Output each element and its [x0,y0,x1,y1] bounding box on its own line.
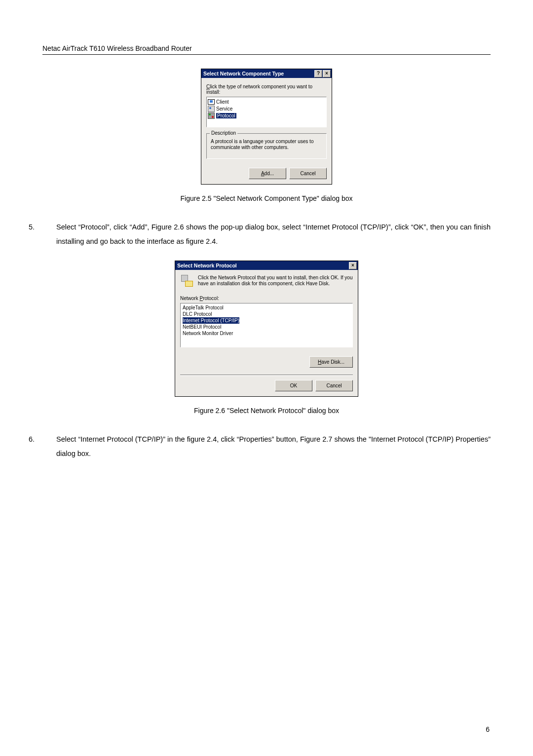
dialog-network-protocol: Select Network Protocol × Click the Netw… [175,261,358,397]
dialog1-instruction: Click the type of network component you … [206,84,327,95]
description-legend: Description [210,130,237,136]
cancel-button[interactable]: Cancel [289,168,327,179]
page-header: Netac AirTrack T610 Wireless Broadband R… [42,44,491,55]
help-button[interactable]: ? [314,70,322,77]
list-item-monitor[interactable]: Network Monitor Driver [182,330,351,337]
list-item-netbeui[interactable]: NetBEUI Protocol [182,324,351,330]
list-item-appletalk[interactable]: AppleTalk Protocol [182,304,351,311]
protocol-icon [208,113,215,119]
protocol-list-label: Network Protocol: [180,296,353,301]
protocol-wizard-icon [180,275,193,288]
dialog2-instruction: Click the Network Protocol that you want… [198,275,353,288]
list-item-tcpip[interactable]: Internet Protocol (TCP/IP) [182,317,351,324]
dialog2-title: Select Network Protocol [177,263,348,268]
figure-2-6-caption: Figure 2.6 "Select Network Protocol" dia… [42,407,491,415]
ok-button[interactable]: OK [275,380,312,391]
dialog1-title: Select Network Component Type [203,71,314,76]
dialog1-titlebar: Select Network Component Type ? × [201,69,332,78]
cancel-button[interactable]: Cancel [315,380,353,391]
description-text: A protocol is a language your computer u… [211,139,322,151]
dialog2-titlebar: Select Network Protocol × [175,261,358,270]
separator [180,375,353,376]
list-item-protocol[interactable]: Protocol [208,112,325,119]
page-number: 6 [486,725,490,733]
step-6-text: 6.Select “Internet Protocol (TCP/IP)” in… [42,432,491,461]
have-disk-button[interactable]: Have Disk... [309,356,353,368]
add-button[interactable]: Add... [249,168,286,179]
figure-2-5-caption: Figure 2.5 "Select Network Component Typ… [42,194,491,202]
list-item-service[interactable]: Service [208,105,325,112]
step-5-text: 5.Select “Protocol”, click “Add”, Figure… [42,220,491,249]
list-item-dlc[interactable]: DLC Protocol [182,311,351,317]
close-button[interactable]: × [349,262,357,269]
close-button[interactable]: × [323,70,331,77]
protocol-list[interactable]: AppleTalk Protocol DLC Protocol Internet… [180,303,353,347]
list-item-client[interactable]: Client [208,98,325,105]
description-group: Description A protocol is a language you… [206,133,327,159]
client-icon [208,99,215,105]
component-type-list[interactable]: Client Service Protocol [206,97,327,127]
service-icon [208,106,215,112]
dialog-component-type: Select Network Component Type ? × Click … [201,69,332,185]
